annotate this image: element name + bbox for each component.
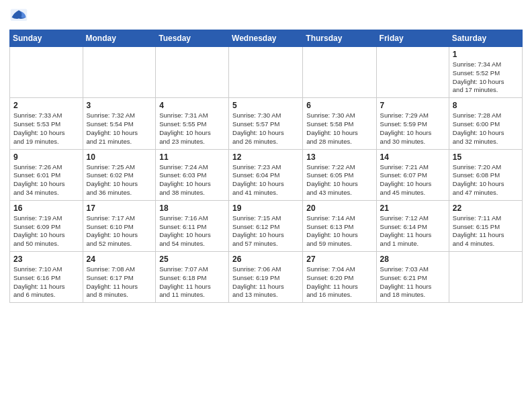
calendar-body: 1Sunrise: 7:34 AM Sunset: 5:52 PM Daylig… (10, 47, 523, 303)
day-info: Sunrise: 7:22 AM Sunset: 6:05 PM Dayligh… (306, 163, 372, 197)
calendar-table: SundayMondayTuesdayWednesdayThursdayFrid… (9, 30, 523, 303)
day-info: Sunrise: 7:15 AM Sunset: 6:12 PM Dayligh… (232, 214, 299, 248)
day-number: 12 (232, 152, 299, 162)
weekday-header-wednesday: Wednesday (229, 30, 303, 47)
day-number: 11 (159, 152, 225, 162)
calendar-week-5: 23Sunrise: 7:10 AM Sunset: 6:16 PM Dayli… (10, 252, 523, 303)
calendar-cell: 11Sunrise: 7:24 AM Sunset: 6:03 PM Dayli… (156, 149, 229, 200)
calendar-cell: 7Sunrise: 7:29 AM Sunset: 5:59 PM Daylig… (376, 98, 449, 149)
day-number: 15 (453, 152, 519, 162)
day-info: Sunrise: 7:08 AM Sunset: 6:17 PM Dayligh… (87, 265, 152, 300)
calendar-cell: 27Sunrise: 7:04 AM Sunset: 6:20 PM Dayli… (303, 252, 376, 303)
day-info: Sunrise: 7:06 AM Sunset: 6:19 PM Dayligh… (232, 265, 299, 300)
calendar-cell: 20Sunrise: 7:14 AM Sunset: 6:13 PM Dayli… (303, 200, 376, 251)
calendar-cell: 28Sunrise: 7:03 AM Sunset: 6:21 PM Dayli… (376, 252, 449, 303)
calendar-cell (229, 47, 303, 98)
day-number: 21 (380, 203, 445, 213)
day-number: 14 (380, 152, 445, 162)
day-number: 3 (87, 101, 152, 110)
day-info: Sunrise: 7:17 AM Sunset: 6:10 PM Dayligh… (87, 214, 152, 248)
calendar-week-3: 9Sunrise: 7:26 AM Sunset: 6:01 PM Daylig… (10, 149, 523, 200)
calendar-cell: 1Sunrise: 7:34 AM Sunset: 5:52 PM Daylig… (449, 47, 522, 98)
day-number: 2 (13, 101, 79, 110)
day-info: Sunrise: 7:07 AM Sunset: 6:18 PM Dayligh… (159, 265, 225, 300)
calendar-cell: 24Sunrise: 7:08 AM Sunset: 6:17 PM Dayli… (83, 252, 156, 303)
calendar-week-1: 1Sunrise: 7:34 AM Sunset: 5:52 PM Daylig… (10, 47, 523, 98)
weekday-header-saturday: Saturday (449, 30, 522, 47)
weekday-header-row: SundayMondayTuesdayWednesdayThursdayFrid… (10, 30, 523, 47)
day-info: Sunrise: 7:23 AM Sunset: 6:04 PM Dayligh… (232, 163, 299, 197)
calendar-cell: 25Sunrise: 7:07 AM Sunset: 6:18 PM Dayli… (156, 252, 229, 303)
calendar-cell: 26Sunrise: 7:06 AM Sunset: 6:19 PM Dayli… (229, 252, 303, 303)
calendar-week-4: 16Sunrise: 7:19 AM Sunset: 6:09 PM Dayli… (10, 200, 523, 251)
day-number: 20 (306, 203, 372, 213)
calendar-cell: 8Sunrise: 7:28 AM Sunset: 6:00 PM Daylig… (449, 98, 522, 149)
calendar-cell: 10Sunrise: 7:25 AM Sunset: 6:02 PM Dayli… (83, 149, 156, 200)
calendar-week-2: 2Sunrise: 7:33 AM Sunset: 5:53 PM Daylig… (10, 98, 523, 149)
day-info: Sunrise: 7:11 AM Sunset: 6:15 PM Dayligh… (453, 214, 519, 248)
day-number: 5 (232, 101, 299, 110)
day-number: 16 (13, 203, 79, 213)
day-number: 23 (13, 255, 79, 264)
day-info: Sunrise: 7:10 AM Sunset: 6:16 PM Dayligh… (13, 265, 79, 300)
calendar-cell: 4Sunrise: 7:31 AM Sunset: 5:55 PM Daylig… (156, 98, 229, 149)
calendar-cell: 9Sunrise: 7:26 AM Sunset: 6:01 PM Daylig… (10, 149, 83, 200)
day-info: Sunrise: 7:19 AM Sunset: 6:09 PM Dayligh… (13, 214, 79, 248)
weekday-header-tuesday: Tuesday (156, 30, 229, 47)
weekday-header-monday: Monday (83, 30, 156, 47)
day-number: 9 (13, 152, 79, 162)
day-number: 10 (87, 152, 152, 162)
calendar-header: SundayMondayTuesdayWednesdayThursdayFrid… (10, 30, 523, 47)
calendar-cell (83, 47, 156, 98)
calendar-cell: 15Sunrise: 7:20 AM Sunset: 6:08 PM Dayli… (449, 149, 522, 200)
day-info: Sunrise: 7:33 AM Sunset: 5:53 PM Dayligh… (13, 111, 79, 146)
calendar-cell: 16Sunrise: 7:19 AM Sunset: 6:09 PM Dayli… (10, 200, 83, 251)
day-info: Sunrise: 7:30 AM Sunset: 5:57 PM Dayligh… (232, 111, 299, 146)
calendar-cell (156, 47, 229, 98)
day-info: Sunrise: 7:12 AM Sunset: 6:14 PM Dayligh… (380, 214, 445, 248)
day-number: 13 (306, 152, 372, 162)
day-info: Sunrise: 7:04 AM Sunset: 6:20 PM Dayligh… (306, 265, 372, 300)
calendar-cell: 13Sunrise: 7:22 AM Sunset: 6:05 PM Dayli… (303, 149, 376, 200)
calendar-cell: 21Sunrise: 7:12 AM Sunset: 6:14 PM Dayli… (376, 200, 449, 251)
day-number: 22 (453, 203, 519, 213)
day-info: Sunrise: 7:29 AM Sunset: 5:59 PM Dayligh… (380, 111, 445, 146)
day-number: 24 (87, 255, 152, 264)
calendar-cell: 22Sunrise: 7:11 AM Sunset: 6:15 PM Dayli… (449, 200, 522, 251)
calendar-cell: 12Sunrise: 7:23 AM Sunset: 6:04 PM Dayli… (229, 149, 303, 200)
day-number: 17 (87, 203, 152, 213)
day-number: 26 (232, 255, 299, 264)
day-info: Sunrise: 7:34 AM Sunset: 5:52 PM Dayligh… (453, 60, 519, 95)
weekday-header-friday: Friday (376, 30, 449, 47)
header (9, 7, 523, 26)
day-number: 25 (159, 255, 225, 264)
day-number: 27 (306, 255, 372, 264)
weekday-header-thursday: Thursday (303, 30, 376, 47)
calendar-cell: 17Sunrise: 7:17 AM Sunset: 6:10 PM Dayli… (83, 200, 156, 251)
day-info: Sunrise: 7:21 AM Sunset: 6:07 PM Dayligh… (380, 163, 445, 197)
logo (9, 7, 30, 26)
calendar-cell: 5Sunrise: 7:30 AM Sunset: 5:57 PM Daylig… (229, 98, 303, 149)
day-info: Sunrise: 7:31 AM Sunset: 5:55 PM Dayligh… (159, 111, 225, 146)
day-number: 4 (159, 101, 225, 110)
day-info: Sunrise: 7:24 AM Sunset: 6:03 PM Dayligh… (159, 163, 225, 197)
calendar-cell (10, 47, 83, 98)
calendar-cell: 23Sunrise: 7:10 AM Sunset: 6:16 PM Dayli… (10, 252, 83, 303)
day-number: 6 (306, 101, 372, 110)
day-number: 8 (453, 101, 519, 110)
logo-icon (9, 7, 28, 26)
calendar-cell (449, 252, 522, 303)
calendar-cell: 18Sunrise: 7:16 AM Sunset: 6:11 PM Dayli… (156, 200, 229, 251)
calendar-cell: 3Sunrise: 7:32 AM Sunset: 5:54 PM Daylig… (83, 98, 156, 149)
calendar-cell: 19Sunrise: 7:15 AM Sunset: 6:12 PM Dayli… (229, 200, 303, 251)
day-number: 1 (453, 50, 519, 59)
calendar-cell: 14Sunrise: 7:21 AM Sunset: 6:07 PM Dayli… (376, 149, 449, 200)
calendar-cell (376, 47, 449, 98)
day-info: Sunrise: 7:32 AM Sunset: 5:54 PM Dayligh… (87, 111, 152, 146)
day-number: 28 (380, 255, 445, 264)
day-info: Sunrise: 7:28 AM Sunset: 6:00 PM Dayligh… (453, 111, 519, 146)
calendar-cell: 2Sunrise: 7:33 AM Sunset: 5:53 PM Daylig… (10, 98, 83, 149)
day-number: 19 (232, 203, 299, 213)
day-info: Sunrise: 7:20 AM Sunset: 6:08 PM Dayligh… (453, 163, 519, 197)
day-info: Sunrise: 7:14 AM Sunset: 6:13 PM Dayligh… (306, 214, 372, 248)
